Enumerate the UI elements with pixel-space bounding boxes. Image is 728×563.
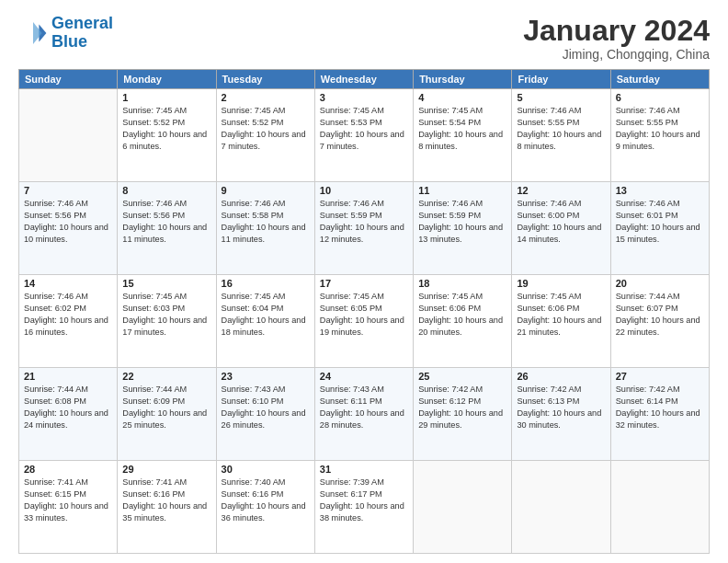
- day-header-monday: Monday: [118, 70, 216, 89]
- calendar-cell: [610, 461, 709, 554]
- day-info: Sunrise: 7:44 AMSunset: 6:07 PMDaylight:…: [616, 291, 704, 339]
- day-info: Sunrise: 7:45 AMSunset: 6:04 PMDaylight:…: [222, 291, 310, 339]
- main-title: January 2024: [523, 15, 710, 47]
- day-info: Sunrise: 7:45 AMSunset: 6:03 PMDaylight:…: [122, 291, 210, 339]
- calendar-body: 1Sunrise: 7:45 AMSunset: 5:52 PMDaylight…: [19, 89, 710, 554]
- day-number: 10: [320, 185, 408, 196]
- day-info: Sunrise: 7:44 AMSunset: 6:09 PMDaylight:…: [122, 384, 210, 431]
- day-info: Sunrise: 7:45 AMSunset: 6:06 PMDaylight:…: [418, 291, 506, 339]
- day-number: 8: [122, 185, 210, 196]
- calendar-cell: 1Sunrise: 7:45 AMSunset: 5:52 PMDaylight…: [118, 89, 216, 182]
- day-number: 12: [517, 185, 605, 196]
- calendar-cell: 12Sunrise: 7:46 AMSunset: 6:00 PMDayligh…: [512, 182, 610, 275]
- calendar-cell: 7Sunrise: 7:46 AMSunset: 5:56 PMDaylight…: [19, 182, 118, 275]
- day-info: Sunrise: 7:42 AMSunset: 6:13 PMDaylight:…: [517, 384, 605, 431]
- page: General Blue January 2024 Jiming, Chongq…: [0, 0, 728, 563]
- day-number: 2: [222, 92, 310, 103]
- day-number: 31: [320, 464, 408, 475]
- calendar-cell: 14Sunrise: 7:46 AMSunset: 6:02 PMDayligh…: [19, 275, 118, 368]
- calendar-cell: 28Sunrise: 7:41 AMSunset: 6:15 PMDayligh…: [19, 461, 118, 554]
- day-info: Sunrise: 7:46 AMSunset: 5:59 PMDaylight:…: [320, 198, 408, 246]
- week-row: 21Sunrise: 7:44 AMSunset: 6:08 PMDayligh…: [19, 368, 710, 461]
- calendar-cell: 24Sunrise: 7:43 AMSunset: 6:11 PMDayligh…: [314, 368, 413, 461]
- day-info: Sunrise: 7:45 AMSunset: 5:53 PMDaylight:…: [320, 105, 408, 153]
- calendar-cell: 9Sunrise: 7:46 AMSunset: 5:58 PMDaylight…: [216, 182, 314, 275]
- calendar-cell: 31Sunrise: 7:39 AMSunset: 6:17 PMDayligh…: [314, 461, 413, 554]
- calendar-cell: 18Sunrise: 7:45 AMSunset: 6:06 PMDayligh…: [414, 275, 512, 368]
- day-info: Sunrise: 7:44 AMSunset: 6:08 PMDaylight:…: [24, 384, 112, 431]
- week-row: 1Sunrise: 7:45 AMSunset: 5:52 PMDaylight…: [19, 89, 710, 182]
- day-number: 3: [320, 92, 408, 103]
- day-number: 30: [222, 464, 310, 475]
- svg-marker-1: [33, 22, 42, 44]
- day-number: 14: [24, 278, 112, 289]
- day-info: Sunrise: 7:46 AMSunset: 5:59 PMDaylight:…: [418, 198, 506, 246]
- day-number: 24: [320, 371, 408, 382]
- day-number: 11: [418, 185, 506, 196]
- day-number: 1: [122, 92, 210, 103]
- day-number: 29: [122, 464, 210, 475]
- day-info: Sunrise: 7:45 AMSunset: 5:52 PMDaylight:…: [222, 105, 310, 153]
- calendar-cell: 6Sunrise: 7:46 AMSunset: 5:55 PMDaylight…: [610, 89, 709, 182]
- calendar-table: SundayMondayTuesdayWednesdayThursdayFrid…: [18, 69, 710, 554]
- day-number: 7: [24, 185, 112, 196]
- day-info: Sunrise: 7:46 AMSunset: 5:56 PMDaylight:…: [24, 198, 112, 246]
- day-info: Sunrise: 7:46 AMSunset: 5:56 PMDaylight:…: [122, 198, 210, 246]
- day-number: 4: [418, 92, 506, 103]
- day-info: Sunrise: 7:46 AMSunset: 6:00 PMDaylight:…: [517, 198, 605, 246]
- calendar-cell: 13Sunrise: 7:46 AMSunset: 6:01 PMDayligh…: [610, 182, 709, 275]
- calendar-cell: 16Sunrise: 7:45 AMSunset: 6:04 PMDayligh…: [216, 275, 314, 368]
- day-number: 9: [222, 185, 310, 196]
- day-number: 20: [616, 278, 704, 289]
- day-info: Sunrise: 7:42 AMSunset: 6:12 PMDaylight:…: [418, 384, 506, 431]
- day-header-wednesday: Wednesday: [314, 70, 413, 89]
- day-info: Sunrise: 7:45 AMSunset: 5:54 PMDaylight:…: [418, 105, 506, 153]
- header-row: SundayMondayTuesdayWednesdayThursdayFrid…: [19, 70, 710, 89]
- logo-icon: [18, 18, 48, 48]
- title-block: January 2024 Jiming, Chongqing, China: [523, 15, 710, 62]
- day-info: Sunrise: 7:45 AMSunset: 6:05 PMDaylight:…: [320, 291, 408, 339]
- calendar-cell: 15Sunrise: 7:45 AMSunset: 6:03 PMDayligh…: [118, 275, 216, 368]
- day-header-saturday: Saturday: [610, 70, 709, 89]
- calendar-cell: 25Sunrise: 7:42 AMSunset: 6:12 PMDayligh…: [414, 368, 512, 461]
- day-info: Sunrise: 7:39 AMSunset: 6:17 PMDaylight:…: [320, 477, 408, 524]
- day-number: 26: [517, 371, 605, 382]
- calendar-cell: 23Sunrise: 7:43 AMSunset: 6:10 PMDayligh…: [216, 368, 314, 461]
- calendar-cell: [512, 461, 610, 554]
- day-number: 5: [517, 92, 605, 103]
- calendar-cell: 30Sunrise: 7:40 AMSunset: 6:16 PMDayligh…: [216, 461, 314, 554]
- calendar-cell: 21Sunrise: 7:44 AMSunset: 6:08 PMDayligh…: [19, 368, 118, 461]
- day-number: 18: [418, 278, 506, 289]
- day-info: Sunrise: 7:46 AMSunset: 5:58 PMDaylight:…: [222, 198, 310, 246]
- calendar-cell: 22Sunrise: 7:44 AMSunset: 6:09 PMDayligh…: [118, 368, 216, 461]
- calendar-cell: 4Sunrise: 7:45 AMSunset: 5:54 PMDaylight…: [414, 89, 512, 182]
- day-info: Sunrise: 7:40 AMSunset: 6:16 PMDaylight:…: [222, 477, 310, 524]
- day-info: Sunrise: 7:41 AMSunset: 6:15 PMDaylight:…: [24, 477, 112, 524]
- day-info: Sunrise: 7:41 AMSunset: 6:16 PMDaylight:…: [122, 477, 210, 524]
- calendar-cell: 26Sunrise: 7:42 AMSunset: 6:13 PMDayligh…: [512, 368, 610, 461]
- day-info: Sunrise: 7:46 AMSunset: 5:55 PMDaylight:…: [517, 105, 605, 153]
- day-info: Sunrise: 7:43 AMSunset: 6:11 PMDaylight:…: [320, 384, 408, 431]
- day-number: 6: [616, 92, 704, 103]
- calendar-cell: [19, 89, 118, 182]
- header: General Blue January 2024 Jiming, Chongq…: [18, 15, 710, 62]
- day-number: 19: [517, 278, 605, 289]
- day-number: 17: [320, 278, 408, 289]
- calendar-cell: [414, 461, 512, 554]
- week-row: 7Sunrise: 7:46 AMSunset: 5:56 PMDaylight…: [19, 182, 710, 275]
- day-info: Sunrise: 7:46 AMSunset: 6:01 PMDaylight:…: [616, 198, 704, 246]
- calendar-header: SundayMondayTuesdayWednesdayThursdayFrid…: [19, 70, 710, 89]
- day-number: 27: [616, 371, 704, 382]
- subtitle: Jiming, Chongqing, China: [523, 47, 710, 62]
- logo: General Blue: [18, 15, 113, 52]
- week-row: 14Sunrise: 7:46 AMSunset: 6:02 PMDayligh…: [19, 275, 710, 368]
- calendar-cell: 27Sunrise: 7:42 AMSunset: 6:14 PMDayligh…: [610, 368, 709, 461]
- calendar-cell: 10Sunrise: 7:46 AMSunset: 5:59 PMDayligh…: [314, 182, 413, 275]
- calendar-cell: 5Sunrise: 7:46 AMSunset: 5:55 PMDaylight…: [512, 89, 610, 182]
- calendar-cell: 29Sunrise: 7:41 AMSunset: 6:16 PMDayligh…: [118, 461, 216, 554]
- day-number: 25: [418, 371, 506, 382]
- day-header-thursday: Thursday: [414, 70, 512, 89]
- day-number: 23: [222, 371, 310, 382]
- day-number: 15: [122, 278, 210, 289]
- day-info: Sunrise: 7:45 AMSunset: 5:52 PMDaylight:…: [122, 105, 210, 153]
